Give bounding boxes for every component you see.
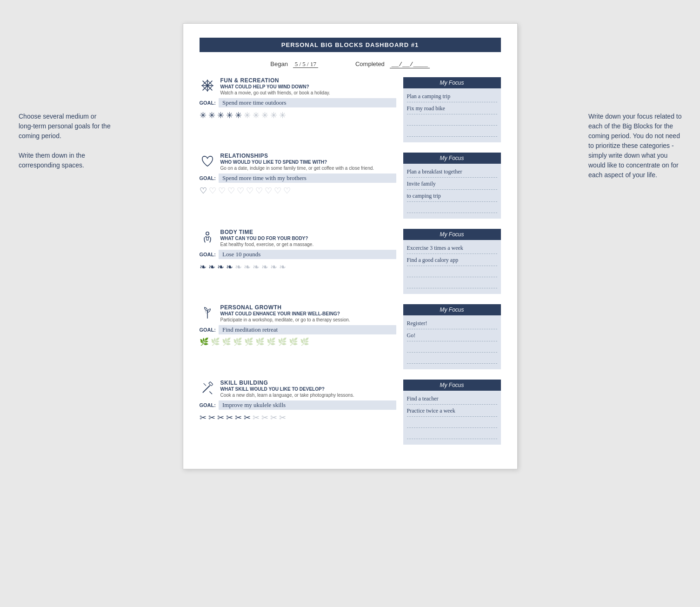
fun-recreation-icon — [200, 78, 216, 93]
relationships-icon — [200, 153, 216, 168]
side-note-left: Choose several medium or long-term perso… — [19, 112, 112, 170]
section-title-skill-building: SKILL BUILDING — [220, 380, 396, 386]
section-desc-body: Eat healthy food, exercise, or get a mas… — [220, 242, 396, 247]
focus-line-3 — [407, 343, 497, 353]
my-focus-content-skill-building: Find a teacherPractice twice a week — [403, 391, 501, 445]
focus-line-4 — [407, 127, 497, 137]
section-subtitle-fun: WHAT COULD HELP YOU WIND DOWN? — [220, 84, 396, 89]
focus-line-4 — [407, 279, 497, 288]
focus-line-2: Go! — [407, 331, 497, 341]
section-desc-relationships: Go on a date, indulge in some family tim… — [220, 166, 396, 171]
svg-line-6 — [203, 386, 209, 392]
focus-line-4 — [407, 204, 497, 213]
goal-row-skill-building: GOAL: Improve my ukulele skills — [200, 400, 396, 410]
goal-label-skill-building: GOAL: — [200, 402, 216, 408]
section-fun: FUN & RECREATION WHAT COULD HELP YOU WIN… — [200, 77, 501, 142]
focus-line-1: Find a teacher — [407, 394, 497, 405]
focus-line-3: to camping trip — [407, 192, 497, 202]
outer-wrapper: Choose several medium or long-term perso… — [9, 9, 691, 607]
focus-line-3 — [407, 268, 497, 277]
section-title-personal-growth: PERSONAL GROWTH — [220, 304, 396, 311]
section-title-body: BODY TIME — [220, 229, 396, 235]
goal-value-relationships: Spend more time with my brothers — [219, 173, 396, 183]
skill-building-icon — [200, 380, 216, 395]
section-title-fun: FUN & RECREATION — [220, 77, 396, 84]
section-header-fun: FUN & RECREATION WHAT COULD HELP YOU WIN… — [200, 77, 396, 95]
section-body: BODY TIME WHAT CAN YOU DO FOR YOUR BODY?… — [200, 229, 501, 294]
svg-line-9 — [204, 383, 206, 386]
focus-line-1: Plan a breakfast together — [407, 167, 497, 178]
goal-row-personal-growth: GOAL: Find meditation retreat — [200, 325, 396, 334]
section-skill-building: SKILL BUILDING WHAT SKILL WOULD YOU LIKE… — [200, 380, 501, 445]
dates-row: Began 5 / 5 / 17 Completed __/__/____ — [200, 60, 501, 68]
my-focus-box-skill-building: My Focus Find a teacherPractice twice a … — [403, 380, 501, 445]
focus-line-2: Find a good calory app — [407, 256, 497, 266]
section-text-body: BODY TIME WHAT CAN YOU DO FOR YOUR BODY?… — [220, 229, 396, 247]
completed-field: Completed __/__/____ — [355, 60, 430, 68]
goal-value-fun: Spend more time outdoors — [219, 98, 396, 107]
my-focus-content-body: Excercise 3 times a weekFind a good calo… — [403, 240, 501, 294]
my-focus-header-relationships: My Focus — [403, 153, 501, 164]
section-header-relationships: RELATIONSHIPS WHO WOULD YOU LIKE TO SPEN… — [200, 153, 396, 171]
section-desc-fun: Watch a movie, go out with friends, or b… — [220, 90, 396, 95]
my-focus-header-body: My Focus — [403, 229, 501, 240]
section-right-relationships: My Focus Plan a breakfast togetherInvite… — [403, 153, 501, 219]
focus-line-1: Plan a camping trip — [407, 92, 497, 102]
section-left-relationships: RELATIONSHIPS WHO WOULD YOU LIKE TO SPEN… — [200, 153, 396, 196]
goal-label-fun: GOAL: — [200, 100, 216, 106]
svg-line-8 — [210, 392, 212, 394]
section-header-personal-growth: PERSONAL GROWTH WHAT COULD ENHANCE YOUR … — [200, 304, 396, 322]
dashboard-page: PERSONAL BIG BLOCKS DASHBOARD #1 Began 5… — [183, 23, 518, 469]
focus-line-1: Register! — [407, 319, 497, 329]
focus-line-3 — [407, 419, 497, 428]
section-left-personal-growth: PERSONAL GROWTH WHAT COULD ENHANCE YOUR … — [200, 304, 396, 346]
goal-label-relationships: GOAL: — [200, 175, 216, 181]
section-right-body: My Focus Excercise 3 times a weekFind a … — [403, 229, 501, 294]
section-title-relationships: RELATIONSHIPS — [220, 153, 396, 159]
section-desc-skill-building: Cook a new dish, learn a language, or ta… — [220, 393, 396, 398]
side-note-right: Write down your focus related to each of… — [588, 112, 686, 180]
focus-line-1: Excercise 3 times a week — [407, 244, 497, 254]
my-focus-header-skill-building: My Focus — [403, 380, 501, 391]
goal-value-personal-growth: Find meditation retreat — [219, 325, 396, 334]
section-right-skill-building: My Focus Find a teacherPractice twice a … — [403, 380, 501, 445]
goal-value-skill-building: Improve my ukulele skills — [219, 400, 396, 410]
began-field: Began 5 / 5 / 17 — [270, 60, 318, 68]
section-left-body: BODY TIME WHAT CAN YOU DO FOR YOUR BODY?… — [200, 229, 396, 272]
section-relationships: RELATIONSHIPS WHO WOULD YOU LIKE TO SPEN… — [200, 153, 501, 219]
goal-label-body: GOAL: — [200, 252, 216, 257]
my-focus-header-fun: My Focus — [403, 77, 501, 88]
svg-rect-7 — [209, 382, 213, 386]
focus-line-4 — [407, 354, 497, 364]
goal-row-relationships: GOAL: Spend more time with my brothers — [200, 173, 396, 183]
progress-icons-relationships: ♡♡♡♡♡♡♡♡♡♡ — [200, 186, 396, 196]
section-text-personal-growth: PERSONAL GROWTH WHAT COULD ENHANCE YOUR … — [220, 304, 396, 322]
section-text-fun: FUN & RECREATION WHAT COULD HELP YOU WIN… — [220, 77, 396, 95]
personal-growth-icon — [200, 305, 216, 320]
section-subtitle-personal-growth: WHAT COULD ENHANCE YOUR INNER WELL-BEING… — [220, 311, 396, 316]
section-text-skill-building: SKILL BUILDING WHAT SKILL WOULD YOU LIKE… — [220, 380, 396, 398]
my-focus-box-personal-growth: My Focus Register!Go! — [403, 304, 501, 369]
section-left-skill-building: SKILL BUILDING WHAT SKILL WOULD YOU LIKE… — [200, 380, 396, 423]
focus-line-2: Practice twice a week — [407, 407, 497, 417]
progress-icons-skill-building: ✂✂✂✂✂✂✂✂✂✂ — [200, 413, 396, 423]
progress-icons-body: ❧❧❧❧❧❧❧❧❧❧ — [200, 262, 396, 272]
my-focus-content-relationships: Plan a breakfast togetherInvite familyto… — [403, 164, 501, 219]
goal-row-body: GOAL: Lose 10 pounds — [200, 250, 396, 259]
sections-container: FUN & RECREATION WHAT COULD HELP YOU WIN… — [200, 77, 501, 445]
section-header-skill-building: SKILL BUILDING WHAT SKILL WOULD YOU LIKE… — [200, 380, 396, 398]
focus-line-3 — [407, 116, 497, 126]
my-focus-box-body: My Focus Excercise 3 times a weekFind a … — [403, 229, 501, 294]
section-desc-personal-growth: Participate in a workshop, meditate, or … — [220, 317, 396, 322]
focus-line-2: Invite family — [407, 180, 497, 190]
section-text-relationships: RELATIONSHIPS WHO WOULD YOU LIKE TO SPEN… — [220, 153, 396, 171]
my-focus-box-fun: My Focus Plan a camping tripFix my road … — [403, 77, 501, 142]
section-personal-growth: PERSONAL GROWTH WHAT COULD ENHANCE YOUR … — [200, 304, 501, 369]
focus-line-2: Fix my road bike — [407, 104, 497, 114]
goal-value-body: Lose 10 pounds — [219, 250, 396, 259]
section-right-personal-growth: My Focus Register!Go! — [403, 304, 501, 369]
section-subtitle-skill-building: WHAT SKILL WOULD YOU LIKE TO DEVELOP? — [220, 387, 396, 392]
section-right-fun: My Focus Plan a camping tripFix my road … — [403, 77, 501, 142]
focus-line-4 — [407, 430, 497, 439]
progress-icons-personal-growth: 🌿🌿🌿🌿🌿🌿🌿🌿🌿🌿 — [200, 337, 396, 346]
